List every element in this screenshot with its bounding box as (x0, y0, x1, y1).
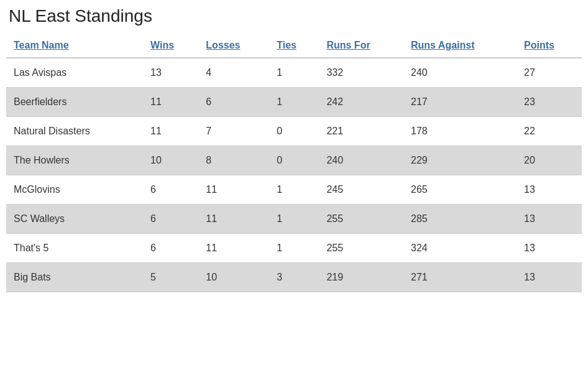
cell-points: 23 (517, 88, 582, 117)
cell-points: 13 (517, 205, 582, 234)
cell-runsFor: 240 (319, 146, 403, 175)
cell-losses: 8 (198, 146, 269, 175)
cell-ties: 3 (269, 263, 319, 292)
cell-points: 13 (517, 234, 582, 263)
cell-team: That's 5 (6, 234, 143, 263)
col-header-runs-against[interactable]: Runs Against (403, 34, 517, 58)
cell-points: 22 (517, 117, 582, 146)
col-header-team[interactable]: Team Name (6, 34, 143, 58)
cell-wins: 13 (143, 58, 198, 88)
col-header-runs-for[interactable]: Runs For (319, 34, 403, 58)
cell-ties: 1 (269, 175, 319, 205)
cell-wins: 11 (143, 117, 198, 146)
table-row: SC Walleys611125528513 (6, 205, 582, 234)
cell-runsFor: 332 (319, 58, 403, 88)
table-row: The Howlers108024022920 (6, 146, 582, 175)
cell-runsFor: 242 (319, 88, 403, 117)
cell-ties: 1 (269, 88, 319, 117)
cell-ties: 0 (269, 117, 319, 146)
col-header-ties[interactable]: Ties (269, 34, 319, 58)
col-header-wins[interactable]: Wins (143, 34, 198, 58)
cell-runsFor: 255 (319, 234, 403, 263)
cell-ties: 1 (269, 234, 319, 263)
cell-wins: 6 (143, 175, 198, 205)
cell-runsAgainst: 271 (403, 263, 517, 292)
table-row: McGlovins611124526513 (6, 175, 582, 205)
cell-points: 13 (517, 263, 582, 292)
cell-wins: 11 (143, 88, 198, 117)
table-row: Las Avispas134133224027 (6, 58, 582, 88)
cell-losses: 11 (198, 205, 269, 234)
cell-team: Las Avispas (6, 58, 143, 88)
cell-points: 20 (517, 146, 582, 175)
cell-runsFor: 255 (319, 205, 403, 234)
cell-runsAgainst: 229 (403, 146, 517, 175)
cell-losses: 4 (198, 58, 269, 88)
cell-losses: 11 (198, 234, 269, 263)
cell-runsAgainst: 217 (403, 88, 517, 117)
cell-ties: 1 (269, 58, 319, 88)
cell-runsFor: 221 (319, 117, 403, 146)
col-header-points[interactable]: Points (517, 34, 582, 58)
standings-table: Team Name Wins Losses Ties Runs For Runs… (6, 34, 582, 292)
cell-losses: 6 (198, 88, 269, 117)
cell-wins: 6 (143, 205, 198, 234)
cell-losses: 7 (198, 117, 269, 146)
cell-team: Beerfielders (6, 88, 143, 117)
cell-runsAgainst: 265 (403, 175, 517, 205)
cell-runsAgainst: 178 (403, 117, 517, 146)
cell-team: McGlovins (6, 175, 143, 205)
table-row: Natural Disasters117022117822 (6, 117, 582, 146)
table-row: That's 5611125532413 (6, 234, 582, 263)
cell-points: 13 (517, 175, 582, 205)
cell-wins: 6 (143, 234, 198, 263)
cell-runsAgainst: 324 (403, 234, 517, 263)
cell-team: The Howlers (6, 146, 143, 175)
cell-team: SC Walleys (6, 205, 143, 234)
cell-runsFor: 219 (319, 263, 403, 292)
page-title: NL East Standings (6, 6, 582, 26)
table-row: Big Bats510321927113 (6, 263, 582, 292)
cell-points: 27 (517, 58, 582, 88)
cell-runsAgainst: 240 (403, 58, 517, 88)
cell-wins: 10 (143, 146, 198, 175)
cell-runsFor: 245 (319, 175, 403, 205)
cell-ties: 1 (269, 205, 319, 234)
cell-team: Big Bats (6, 263, 143, 292)
cell-ties: 0 (269, 146, 319, 175)
cell-runsAgainst: 285 (403, 205, 517, 234)
cell-losses: 11 (198, 175, 269, 205)
table-row: Beerfielders116124221723 (6, 88, 582, 117)
col-header-losses[interactable]: Losses (198, 34, 269, 58)
table-header-row: Team Name Wins Losses Ties Runs For Runs… (6, 34, 582, 58)
cell-losses: 10 (198, 263, 269, 292)
cell-team: Natural Disasters (6, 117, 143, 146)
cell-wins: 5 (143, 263, 198, 292)
